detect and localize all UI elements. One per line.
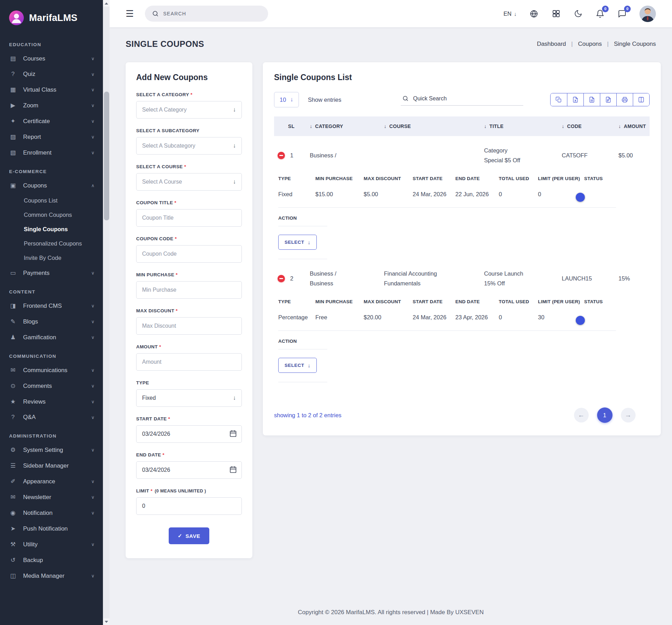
start-date-input[interactable] bbox=[136, 425, 242, 443]
sidebar-item-coupons[interactable]: ▣ Coupons ∧ bbox=[0, 178, 103, 193]
messages-button[interactable]: 0 bbox=[617, 9, 627, 19]
globe-button[interactable] bbox=[529, 9, 539, 19]
sidebar-item-zoom[interactable]: ▶ Zoom ∨ bbox=[0, 98, 103, 113]
column-course[interactable]: ↓COURSE bbox=[380, 123, 481, 129]
sidebar-item-enrollment[interactable]: ▧ Enrollment ∨ bbox=[0, 145, 103, 161]
sidebar-item-frontend-cms[interactable]: ◨ Frontend CMS ∨ bbox=[0, 298, 103, 314]
sidebar-scrollbar[interactable] bbox=[103, 0, 110, 625]
excel-export-button[interactable] bbox=[567, 93, 583, 106]
min-purchase-input[interactable] bbox=[136, 281, 242, 299]
prev-page-button[interactable]: ← bbox=[574, 408, 589, 422]
dark-mode-button[interactable] bbox=[573, 9, 583, 19]
sidebar-item-virtual-class[interactable]: ▦ Virtual Class ∨ bbox=[0, 82, 103, 98]
next-page-button[interactable]: → bbox=[621, 408, 636, 422]
scroll-up-button[interactable] bbox=[103, 0, 110, 7]
coupon-code-input[interactable] bbox=[136, 245, 242, 263]
cell-start-date: 24 Mar, 2026 bbox=[413, 191, 455, 198]
save-button[interactable]: ✓ SAVE bbox=[169, 527, 209, 544]
sidebar-item-backup[interactable]: ↺ Backup bbox=[0, 552, 103, 568]
sidebar-item-appearance[interactable]: ✐ Appearance ∨ bbox=[0, 474, 103, 489]
nav-label: Enrollment bbox=[23, 149, 85, 156]
user-avatar[interactable] bbox=[639, 6, 656, 22]
page-1-button[interactable]: 1 bbox=[597, 407, 612, 423]
sidebar-item-newsletter[interactable]: ✉ Newsletter ∨ bbox=[0, 489, 103, 505]
section-title-content: CONTENT bbox=[0, 281, 103, 298]
brand[interactable]: MarifaLMS bbox=[0, 0, 103, 34]
column-category[interactable]: ↓CATEGORY bbox=[306, 123, 380, 129]
chevron-down-icon: ∨ bbox=[91, 447, 94, 453]
notifications-button[interactable]: 0 bbox=[595, 9, 605, 19]
category-select[interactable]: Select A Category ↓ bbox=[136, 101, 242, 119]
sidebar-item-comments[interactable]: ⊙ Comments ∨ bbox=[0, 378, 103, 394]
sidebar-item-blogs[interactable]: ✎ Blogs ∨ bbox=[0, 314, 103, 329]
coupon-title-label: COUPON TITLE* bbox=[136, 200, 242, 205]
course-select[interactable]: Select A Course ↓ bbox=[136, 173, 242, 191]
column-visibility-button[interactable] bbox=[633, 93, 649, 106]
sidebar-item-personalized-coupons[interactable]: Personalized Coupons bbox=[0, 236, 103, 251]
copy-export-button[interactable] bbox=[551, 93, 567, 106]
column-code[interactable]: ↓CODE bbox=[558, 123, 615, 129]
limit-input[interactable] bbox=[136, 497, 242, 515]
required-mark: * bbox=[168, 416, 170, 421]
menu-toggle-button[interactable]: ☰ bbox=[126, 8, 134, 19]
breadcrumb-dashboard[interactable]: Dashboard bbox=[537, 41, 566, 48]
coupons-icon: ▣ bbox=[8, 182, 18, 189]
action-select-button[interactable]: SELECT ↓ bbox=[278, 235, 317, 250]
language-selector[interactable]: EN ↓ bbox=[504, 10, 517, 17]
search-input[interactable] bbox=[163, 11, 261, 16]
max-discount-input[interactable] bbox=[136, 317, 242, 335]
column-amount[interactable]: ↓AMOUNT bbox=[615, 123, 650, 129]
column-title[interactable]: ↓TITLE bbox=[481, 123, 558, 129]
sidebar-manager-icon: ☰ bbox=[8, 462, 18, 469]
sidebar-item-single-coupons[interactable]: Single Coupons bbox=[0, 222, 103, 236]
scroll-down-button[interactable] bbox=[103, 618, 110, 625]
amount-input[interactable] bbox=[136, 353, 242, 371]
pdf-export-button[interactable] bbox=[600, 93, 616, 106]
csv-export-button[interactable] bbox=[583, 93, 600, 106]
nav-label: Newsletter bbox=[23, 494, 85, 501]
sidebar-item-payments[interactable]: ▭ Payments ∨ bbox=[0, 265, 103, 281]
sidebar-item-media-manager[interactable]: ◫ Media Manager ∨ bbox=[0, 568, 103, 584]
coupon-title-input[interactable] bbox=[136, 209, 242, 227]
sidebar-item-gamification[interactable]: ♟ Gamification ∨ bbox=[0, 329, 103, 345]
breadcrumb-coupons[interactable]: Coupons bbox=[578, 41, 602, 48]
sidebar-item-report[interactable]: ▨ Report ∨ bbox=[0, 129, 103, 145]
nav-label: Push Notification bbox=[23, 525, 94, 532]
print-export-button[interactable] bbox=[616, 93, 633, 106]
category-label: SELECT A CATEGORY* bbox=[136, 92, 242, 97]
sidebar-item-coupons-list[interactable]: Coupons List bbox=[0, 193, 103, 208]
apps-grid-button[interactable] bbox=[551, 9, 561, 19]
per-page-select[interactable]: 10 ↓ bbox=[274, 92, 299, 107]
row-amount: 15% bbox=[615, 274, 650, 283]
subcategory-select[interactable]: Select A Subcategory ↓ bbox=[136, 137, 242, 155]
sidebar-item-utility[interactable]: ⚒ Utility ∨ bbox=[0, 537, 103, 552]
sidebar-item-sidebar-manager[interactable]: ☰ Sidebar Manager bbox=[0, 458, 103, 474]
sidebar-item-courses[interactable]: ▤ Courses ∨ bbox=[0, 51, 103, 66]
chevron-down-icon: ∨ bbox=[91, 479, 94, 484]
sidebar-item-system-setting[interactable]: ⚙ System Setting ∨ bbox=[0, 442, 103, 458]
enrollment-icon: ▧ bbox=[8, 149, 18, 156]
sidebar-item-push-notification[interactable]: ➤ Push Notification bbox=[0, 521, 103, 537]
coupon-code-label: COUPON CODE* bbox=[136, 236, 242, 241]
collapse-row-button[interactable] bbox=[278, 275, 285, 282]
sidebar-item-common-coupons[interactable]: Common Coupons bbox=[0, 208, 103, 222]
sidebar-item-invite-by-code[interactable]: Invite By Code bbox=[0, 251, 103, 265]
sidebar-item-reviews[interactable]: ★ Reviews ∨ bbox=[0, 394, 103, 410]
sidebar-item-notification[interactable]: ◉ Notification ∨ bbox=[0, 505, 103, 521]
sidebar-item-certificate[interactable]: ✦ Certificate ∨ bbox=[0, 113, 103, 129]
type-select[interactable]: Fixed ↓ bbox=[136, 389, 242, 407]
cell-total-used: 0 bbox=[499, 314, 538, 321]
sidebar-item-communications[interactable]: ✉ Communications ∨ bbox=[0, 362, 103, 378]
check-icon: ✓ bbox=[178, 533, 182, 539]
topbar-actions: EN ↓ 0 0 bbox=[504, 6, 656, 22]
end-date-input[interactable] bbox=[136, 461, 242, 479]
collapse-row-button[interactable] bbox=[278, 152, 285, 159]
sidebar-item-qa[interactable]: ? Q&A ∨ bbox=[0, 410, 103, 425]
action-select-button[interactable]: SELECT ↓ bbox=[278, 358, 317, 373]
scrollbar-thumb[interactable] bbox=[104, 92, 109, 220]
sidebar-item-quiz[interactable]: ? Quiz ∨ bbox=[0, 66, 103, 82]
column-sl[interactable]: SL bbox=[274, 123, 306, 129]
col-total-used: TOTAL USED bbox=[499, 176, 538, 181]
brand-name: MarifaLMS bbox=[29, 13, 77, 23]
quick-search-input[interactable] bbox=[413, 95, 522, 102]
